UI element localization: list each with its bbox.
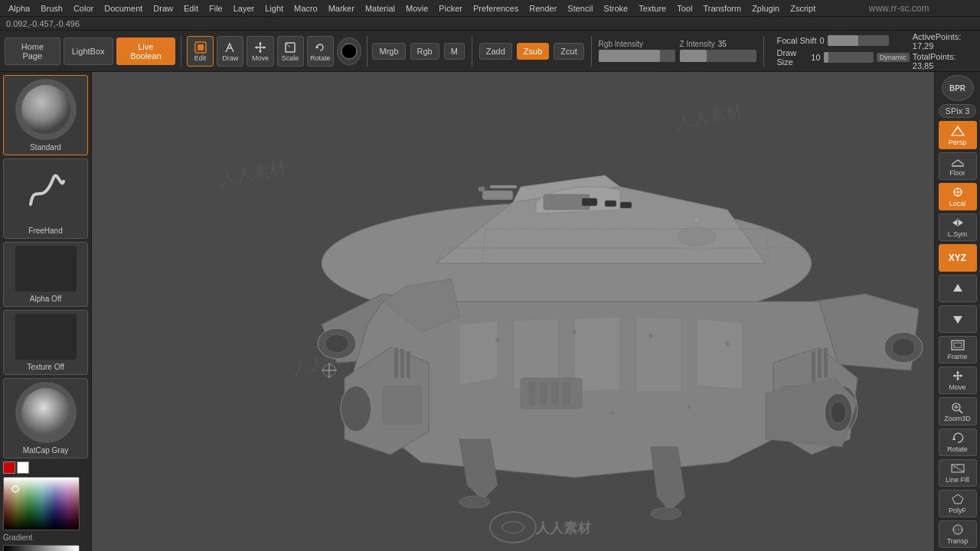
menu-item-layer[interactable]: Layer	[228, 2, 260, 15]
website-watermark: www.rr-sc.com	[821, 3, 977, 14]
rotate-label: Rotate	[310, 54, 331, 62]
move-button[interactable]: Move	[247, 36, 273, 67]
zadd-button[interactable]: Zadd	[479, 43, 512, 60]
floor-button[interactable]: Floor	[939, 152, 977, 180]
local-icon	[950, 186, 965, 198]
sphere-button[interactable]	[337, 37, 361, 65]
menu-item-color[interactable]: Color	[68, 2, 99, 15]
menu-item-zscript[interactable]: Zscript	[785, 2, 821, 15]
dynamic-label[interactable]: Dynamic	[877, 53, 910, 62]
menu-item-edit[interactable]: Edit	[178, 2, 204, 15]
frame-button[interactable]: Frame	[939, 336, 977, 364]
local-button[interactable]: Local	[939, 183, 977, 210]
draw-size-label: Draw Size	[776, 48, 808, 67]
polyf-button[interactable]: PolyF	[939, 490, 977, 517]
menu-item-macro[interactable]: Macro	[289, 2, 323, 15]
menu-item-brush[interactable]: Brush	[35, 2, 68, 15]
transp-button[interactable]: Transp	[939, 520, 977, 548]
home-page-button[interactable]: Home Page	[5, 37, 60, 65]
draw-button[interactable]: Draw	[217, 36, 243, 67]
gradient-label: Gradient	[3, 533, 88, 542]
svg-rect-59	[812, 351, 815, 382]
rotate-button[interactable]: Rotate	[307, 36, 334, 67]
edit-button[interactable]: Edit	[187, 36, 214, 67]
menu-item-zplugin[interactable]: Zplugin	[746, 2, 785, 15]
zoom3d-icon	[950, 401, 965, 413]
down-arrow-button[interactable]	[939, 305, 977, 333]
live-boolean-button[interactable]: Live Boolean	[116, 37, 176, 65]
toolbar: Home Page LightBox Live Boolean Edit Dra…	[0, 31, 980, 72]
menu-item-picker[interactable]: Picker	[433, 2, 468, 15]
focal-shift-value: 0	[819, 36, 824, 45]
lightbox-button[interactable]: LightBox	[64, 37, 113, 65]
rotate-3d-icon	[950, 432, 965, 444]
svg-rect-25	[490, 185, 517, 188]
xyz-button[interactable]: XYZ	[939, 244, 977, 272]
up-arrow-button[interactable]	[939, 275, 977, 302]
svg-rect-60	[818, 349, 822, 378]
matcap-gray-label: MatCap Gray	[23, 446, 68, 455]
menu-item-material[interactable]: Material	[360, 2, 400, 15]
menu-item-document[interactable]: Document	[99, 2, 148, 15]
menu-item-preferences[interactable]: Preferences	[468, 2, 524, 15]
draw-sep-3	[763, 36, 764, 67]
persp-button[interactable]: Persp	[939, 121, 977, 148]
scale-button[interactable]: Scale	[277, 36, 304, 67]
background-color-swatch[interactable]	[17, 461, 29, 474]
svg-marker-3	[259, 51, 262, 53]
focal-shift-slider[interactable]	[828, 35, 889, 46]
zsub-button[interactable]: Zsub	[517, 43, 549, 60]
draw-size-value: 10	[811, 53, 820, 62]
move-3d-icon	[950, 370, 965, 382]
menu-item-light[interactable]: Light	[260, 2, 289, 15]
viewport[interactable]: 人人素材 人人素材 人人素材 人人素材 人人素材	[92, 72, 934, 551]
main-layout: Standard FreeHand Alpha Off Texture Off	[0, 72, 980, 551]
spix-button[interactable]: SPix 3	[939, 104, 977, 118]
menu-item-render[interactable]: Render	[524, 2, 562, 15]
mrgb-button[interactable]: Mrgb	[372, 43, 405, 60]
alpha-off-item[interactable]: Alpha Off	[3, 242, 88, 307]
menu-item-stencil[interactable]: Stencil	[562, 2, 598, 15]
rgb-intensity-slider[interactable]	[599, 50, 675, 62]
rgb-intensity-label: Rgb Intensity	[599, 40, 643, 48]
m-button[interactable]: M	[444, 43, 465, 60]
texture-off-item[interactable]: Texture Off	[3, 310, 88, 375]
menu-bar: Alpha Brush Color Document Draw Edit Fil…	[0, 0, 980, 17]
menu-item-texture[interactable]: Texture	[633, 2, 671, 15]
line-fill-button[interactable]: Line Fill	[939, 459, 977, 487]
svg-point-45	[648, 334, 653, 338]
foreground-color-swatch[interactable]	[3, 461, 15, 474]
lsym-button[interactable]: L.Sym	[939, 214, 977, 241]
z-intensity-label: Z Intensity	[680, 40, 715, 48]
svg-point-43	[495, 337, 500, 342]
menu-item-tool[interactable]: Tool	[671, 2, 697, 15]
lsym-icon	[950, 217, 965, 229]
draw-icon	[224, 41, 237, 54]
svg-rect-52	[620, 202, 632, 208]
zoom3d-button[interactable]: Zoom3D	[939, 397, 977, 425]
menu-item-movie[interactable]: Movie	[400, 2, 433, 15]
rgb-button[interactable]: Rgb	[410, 43, 439, 60]
bpr-button[interactable]: BPR	[942, 75, 974, 101]
draw-size-slider[interactable]	[824, 52, 874, 63]
move-3d-button[interactable]: Move	[939, 367, 977, 394]
svg-rect-36	[383, 386, 421, 424]
menu-item-marker[interactable]: Marker	[323, 2, 360, 15]
gradient-strip[interactable]	[3, 545, 80, 551]
menu-item-transform[interactable]: Transform	[697, 2, 746, 15]
svg-rect-56	[394, 347, 398, 378]
color-picker-gradient[interactable]	[3, 477, 80, 530]
menu-item-alpha[interactable]: Alpha	[3, 2, 35, 15]
z-intensity-slider[interactable]	[680, 50, 756, 62]
freehand-brush[interactable]: FreeHand	[3, 158, 88, 239]
texture-off-label: Texture Off	[27, 363, 64, 371]
color-picker-area: Gradient	[3, 461, 88, 551]
svg-point-48	[610, 410, 615, 415]
menu-item-draw[interactable]: Draw	[148, 2, 178, 15]
menu-item-stroke[interactable]: Stroke	[598, 2, 633, 15]
zcut-button[interactable]: Zcut	[554, 43, 583, 60]
menu-item-file[interactable]: File	[204, 2, 228, 15]
standard-brush[interactable]: Standard	[3, 75, 88, 155]
rotate-3d-button[interactable]: Rotate	[939, 429, 977, 456]
matcap-gray-item[interactable]: MatCap Gray	[3, 378, 88, 458]
